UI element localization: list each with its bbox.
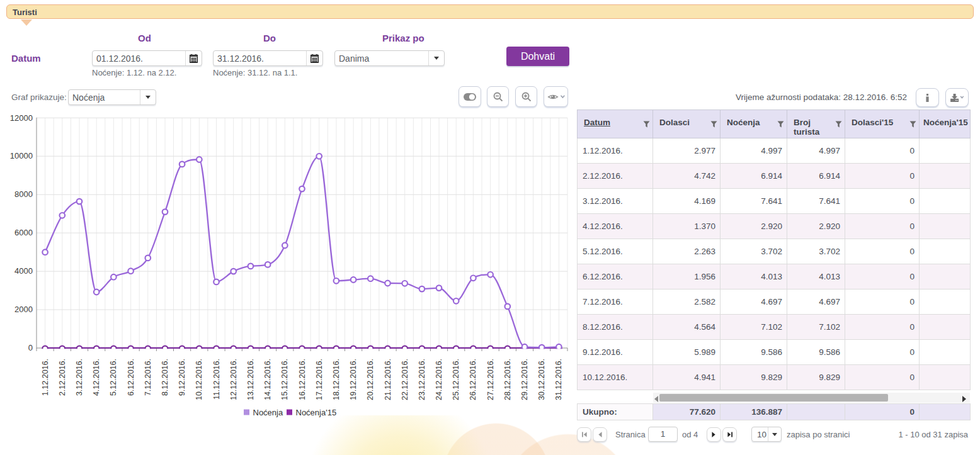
svg-text:13.12.2016.: 13.12.2016.: [246, 359, 255, 400]
svg-text:4000: 4000: [14, 266, 33, 276]
svg-text:15.12.2016.: 15.12.2016.: [280, 359, 289, 400]
svg-text:Noćenja'15: Noćenja'15: [296, 408, 337, 417]
svg-text:14.12.2016.: 14.12.2016.: [263, 359, 272, 400]
svg-text:22.12.2016.: 22.12.2016.: [401, 359, 409, 400]
svg-text:3.12.2016.: 3.12.2016.: [75, 359, 84, 396]
svg-text:23.12.2016.: 23.12.2016.: [418, 359, 426, 400]
svg-text:28.12.2016.: 28.12.2016.: [503, 359, 512, 400]
svg-text:8000: 8000: [14, 189, 33, 199]
svg-text:10.12.2016.: 10.12.2016.: [195, 359, 203, 400]
svg-text:4.12.2016.: 4.12.2016.: [92, 359, 101, 396]
svg-text:29.12.2016.: 29.12.2016.: [520, 359, 529, 400]
svg-text:16.12.2016.: 16.12.2016.: [298, 359, 307, 400]
svg-text:30.12.2016.: 30.12.2016.: [537, 359, 546, 400]
svg-text:12.12.2016.: 12.12.2016.: [229, 359, 238, 400]
svg-text:6000: 6000: [14, 228, 33, 237]
svg-text:20.12.2016.: 20.12.2016.: [366, 359, 375, 400]
svg-text:17.12.2016.: 17.12.2016.: [315, 359, 324, 400]
svg-text:2.12.2016.: 2.12.2016.: [58, 359, 67, 396]
svg-text:24.12.2016.: 24.12.2016.: [435, 359, 443, 400]
svg-text:1.12.2016.: 1.12.2016.: [41, 359, 50, 396]
svg-text:12000: 12000: [10, 113, 33, 123]
svg-text:9.12.2016.: 9.12.2016.: [178, 359, 186, 396]
svg-text:19.12.2016.: 19.12.2016.: [349, 359, 358, 400]
svg-text:31.12.2016.: 31.12.2016.: [554, 359, 563, 400]
svg-text:Noćenja: Noćenja: [253, 408, 283, 417]
svg-text:27.12.2016.: 27.12.2016.: [486, 359, 495, 400]
svg-text:25.12.2016.: 25.12.2016.: [452, 359, 460, 400]
svg-text:21.12.2016.: 21.12.2016.: [384, 359, 392, 400]
svg-text:7.12.2016.: 7.12.2016.: [144, 359, 152, 396]
svg-text:10000: 10000: [10, 151, 33, 160]
svg-text:26.12.2016.: 26.12.2016.: [469, 359, 477, 400]
svg-text:2000: 2000: [14, 305, 33, 314]
svg-text:5.12.2016.: 5.12.2016.: [109, 359, 118, 396]
svg-text:18.12.2016.: 18.12.2016.: [332, 359, 341, 400]
svg-text:0: 0: [28, 343, 33, 352]
svg-text:11.12.2016.: 11.12.2016.: [212, 359, 221, 400]
svg-text:8.12.2016.: 8.12.2016.: [161, 359, 169, 396]
svg-text:6.12.2016.: 6.12.2016.: [127, 359, 135, 396]
